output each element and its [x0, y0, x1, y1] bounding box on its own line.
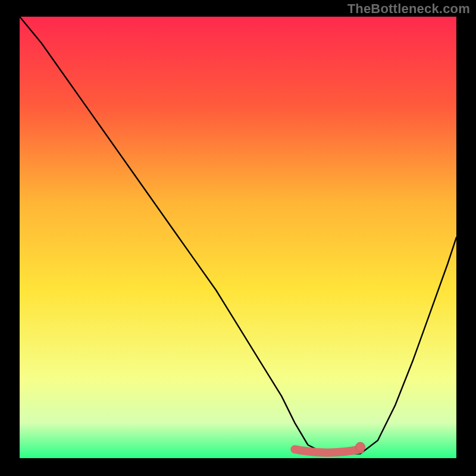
- watermark-text: TheBottleneck.com: [347, 1, 470, 17]
- plot-area: [20, 17, 456, 458]
- chart-svg: [0, 0, 476, 476]
- optimal-zone: [295, 449, 360, 453]
- marker-dot: [356, 442, 365, 452]
- chart-stage: TheBottleneck.com: [0, 0, 476, 476]
